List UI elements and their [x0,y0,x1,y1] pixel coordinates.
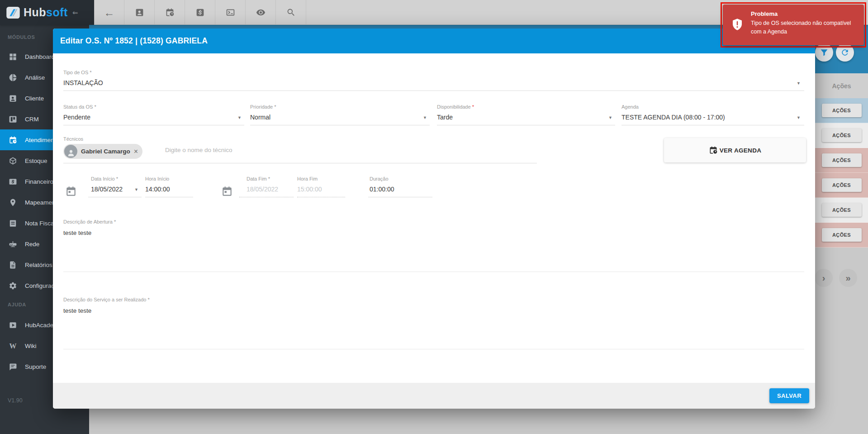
duracao-label: Duração [370,176,389,181]
chevron-down-icon: ▼ [797,81,801,86]
technician-chip[interactable]: Gabriel Camargo × [63,144,142,159]
modal-title: Editar O.S. Nº 1852 | (1528) GABRIELA [60,36,208,46]
disponibilidade-label: Disponibilidade * [437,104,474,110]
data-inicio-label: Data Início * [91,176,118,181]
report-icon [9,261,17,269]
tipo-os-select[interactable]: INSTALAÇÃO [63,79,103,86]
contact-card-icon[interactable] [124,0,155,25]
document-icon [9,219,17,228]
acoes-button[interactable]: AÇÕES [822,178,862,192]
duracao-field: 01:00:00 [370,186,394,193]
data-fim-field: 18/05/2022 [247,186,278,193]
wiki-icon: W [9,342,17,350]
money-card-icon [9,177,17,186]
hora-inicio-label: Hora Início [145,176,169,181]
back-arrow-icon[interactable]: ← [94,0,124,25]
desc-abertura-textarea[interactable]: teste teste [63,229,91,236]
field-underline [297,197,345,197]
shield-alert-icon [730,17,744,32]
divider [63,349,804,349]
toolbar: ← [94,0,306,25]
edit-os-modal: Editar O.S. Nº 1852 | (1528) GABRIELA Ti… [53,29,815,409]
tecnicos-label: Técnicos [63,136,83,142]
brand-title: Hubsoft [24,6,68,19]
acoes-button[interactable]: AÇÕES [822,203,862,217]
field-underline [88,197,142,197]
field-underline [63,125,244,125]
network-icon [9,240,17,248]
chevron-down-icon: ▼ [423,115,427,120]
required-asterisk: * [472,104,474,110]
prioridade-label: Prioridade * [250,104,276,110]
search-icon[interactable] [276,0,306,25]
avatar [64,145,77,158]
desc-abertura-label: Descrição de Abertura * [63,219,116,224]
eye-icon[interactable] [246,0,276,25]
map-pin-icon [9,198,17,207]
agenda-select[interactable]: TESTE AGENDA DIA (08:00 - 17:00) [621,114,725,121]
brand-block: Hubsoft ⇐ [0,0,94,25]
calendar-clock-icon[interactable] [155,0,185,25]
box-icon [9,157,17,165]
table-row: AÇÕES [815,173,868,198]
table-row: AÇÕES [815,148,868,173]
tipo-os-label: Tipo de OS * [63,70,92,75]
actions-column-header: Ações [815,73,868,98]
field-underline [145,197,193,197]
chevron-down-icon: ▼ [134,187,138,192]
next-page-button[interactable]: › [815,269,833,287]
modal-header: Editar O.S. Nº 1852 | (1528) GABRIELA [53,29,815,53]
dollar-icon[interactable] [185,0,215,25]
collapse-sidebar-icon[interactable]: ⇐ [72,9,78,17]
toast-title: Problema [751,10,778,17]
last-page-button[interactable]: » [839,269,857,287]
table-row: AÇÕES [815,223,868,248]
sidebar-section-modules: MÓDULOS [8,34,35,40]
toast-message: Tipo de OS selecionado não compatível co… [751,19,860,36]
funnel-icon [820,48,829,57]
data-inicio-field[interactable]: 18/05/2022 [91,186,123,193]
desc-servico-label: Descrição do Serviço a ser Realizado * [63,297,150,302]
field-underline [239,197,294,197]
calendar-clock-icon [9,136,17,144]
status-os-select[interactable]: Pendente [63,114,90,121]
divider [63,272,804,272]
modal-footer: SALVAR [53,383,815,409]
status-os-label: Status da OS * [63,104,96,110]
chevron-down-icon: ▼ [797,115,801,120]
save-button[interactable]: SALVAR [769,388,809,403]
hora-fim-field: 15:00:00 [297,186,322,193]
crm-board-icon [9,115,17,124]
field-underline [368,197,432,197]
table-row: AÇÕES [815,123,868,148]
sidebar-section-ajuda: AJUDA [8,302,26,307]
table-row: AÇÕES [815,98,868,123]
acoes-button[interactable]: AÇÕES [822,129,862,142]
field-underline [621,125,804,125]
field-underline [63,91,804,91]
toast-notification: Problema Tipo de OS selecionado não comp… [723,5,864,45]
acoes-button[interactable]: AÇÕES [822,104,862,117]
close-icon[interactable]: × [134,148,138,155]
acoes-button[interactable]: AÇÕES [822,228,862,242]
chevron-down-icon: ▼ [608,115,612,120]
agenda-label: Agenda [621,104,639,110]
technician-search-input[interactable] [165,147,355,153]
hora-inicio-field[interactable]: 14:00:00 [145,186,170,193]
table-row: AÇÕES [815,198,868,223]
prioridade-select[interactable]: Normal [250,114,270,121]
pie-chart-icon [9,73,17,82]
disponibilidade-select[interactable]: Tarde [437,114,453,121]
field-underline [437,125,615,125]
play-icon [9,321,17,329]
hora-fim-label: Hora Fim [297,176,318,181]
ver-agenda-button[interactable]: VER AGENDA [664,138,806,162]
acoes-button[interactable]: AÇÕES [822,153,862,167]
app-version: V1.90 [8,397,23,404]
refresh-icon [840,48,849,57]
desc-servico-textarea[interactable]: teste teste [63,307,91,314]
calendar-icon[interactable] [65,186,77,197]
terminal-icon[interactable] [215,0,246,25]
chevron-down-icon: ▼ [237,115,242,120]
hubsoft-logo-icon [6,7,20,19]
